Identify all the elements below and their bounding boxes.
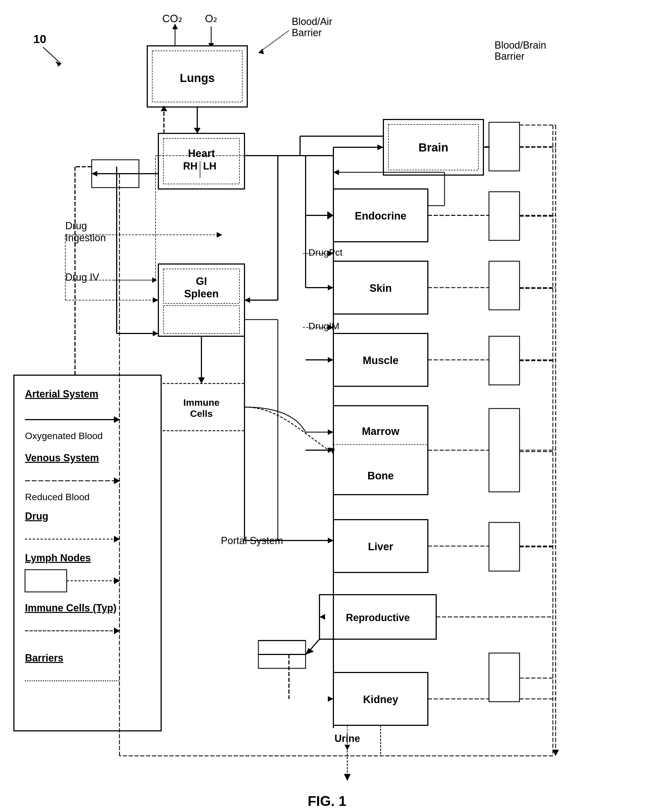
svg-text:DrugIM: DrugIM bbox=[309, 321, 339, 331]
svg-text:Spleen: Spleen bbox=[184, 288, 219, 300]
svg-text:Liver: Liver bbox=[368, 541, 393, 552]
svg-text:FIG. 1: FIG. 1 bbox=[308, 794, 347, 809]
svg-text:Blood/Air: Blood/Air bbox=[292, 16, 332, 27]
svg-text:GI: GI bbox=[196, 275, 207, 287]
svg-text:Oxygenated Blood: Oxygenated Blood bbox=[25, 430, 103, 441]
svg-text:Blood/Brain: Blood/Brain bbox=[495, 40, 546, 51]
svg-text:10: 10 bbox=[33, 32, 46, 46]
svg-rect-36 bbox=[164, 306, 240, 333]
diagram-container: 10 CO₂ O₂ Blood/Air Barrier Blood/Brain … bbox=[0, 0, 654, 812]
svg-text:Barriers: Barriers bbox=[25, 652, 63, 664]
svg-rect-173 bbox=[25, 570, 67, 592]
svg-text:Drug: Drug bbox=[25, 511, 48, 522]
svg-rect-20 bbox=[164, 138, 240, 184]
svg-text:Lungs: Lungs bbox=[180, 72, 215, 84]
svg-text:Cells: Cells bbox=[190, 408, 212, 419]
svg-text:CO₂: CO₂ bbox=[162, 13, 182, 24]
svg-text:RH: RH bbox=[183, 161, 197, 172]
svg-rect-54 bbox=[489, 261, 520, 310]
diagram-svg: 10 CO₂ O₂ Blood/Air Barrier Blood/Brain … bbox=[0, 0, 654, 812]
svg-text:O₂: O₂ bbox=[205, 13, 217, 24]
svg-text:Brain: Brain bbox=[419, 141, 448, 154]
svg-text:Immune: Immune bbox=[183, 397, 220, 408]
svg-rect-56 bbox=[489, 408, 520, 492]
svg-rect-53 bbox=[489, 192, 520, 240]
svg-text:Barrier: Barrier bbox=[495, 50, 524, 62]
svg-text:Heart: Heart bbox=[188, 148, 215, 159]
svg-text:Endocrine: Endocrine bbox=[355, 210, 406, 222]
svg-rect-57 bbox=[489, 523, 520, 571]
svg-text:Marrow: Marrow bbox=[362, 425, 399, 437]
svg-text:Kidney: Kidney bbox=[363, 694, 399, 705]
svg-text:DrugPct: DrugPct bbox=[309, 247, 342, 258]
svg-rect-52 bbox=[489, 122, 520, 171]
svg-rect-55 bbox=[489, 336, 520, 385]
svg-text:Bone: Bone bbox=[368, 470, 394, 482]
svg-text:LH: LH bbox=[203, 161, 216, 172]
svg-text:Drug: Drug bbox=[65, 220, 87, 231]
svg-text:Reproductive: Reproductive bbox=[346, 612, 410, 623]
svg-text:Immune Cells (Typ): Immune Cells (Typ) bbox=[25, 602, 116, 613]
svg-rect-58 bbox=[489, 653, 520, 702]
svg-text:Barrier: Barrier bbox=[292, 27, 322, 38]
svg-text:Drug IV: Drug IV bbox=[65, 272, 99, 283]
svg-text:Venous System: Venous System bbox=[25, 452, 99, 463]
svg-text:Reduced Blood: Reduced Blood bbox=[25, 492, 90, 502]
svg-text:Ingestion: Ingestion bbox=[65, 232, 106, 243]
svg-text:Arterial System: Arterial System bbox=[25, 388, 98, 400]
svg-text:Skin: Skin bbox=[370, 282, 392, 294]
svg-text:Muscle: Muscle bbox=[363, 355, 399, 366]
svg-text:Lymph Nodes: Lymph Nodes bbox=[25, 552, 91, 564]
